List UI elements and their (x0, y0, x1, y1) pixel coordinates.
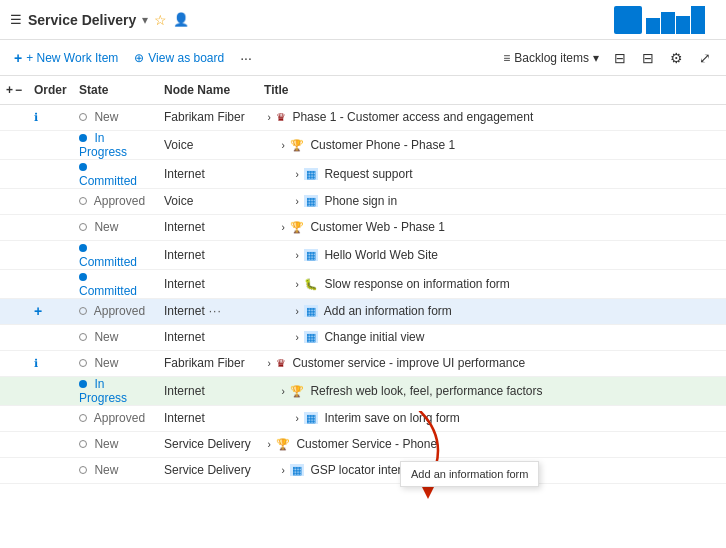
table-row[interactable]: Committed Internet › ▦ Request support (0, 159, 726, 188)
expand-cell (0, 431, 28, 457)
table-row[interactable]: New Internet › ▦ Change initial view (0, 324, 726, 350)
toolbar-left: + + New Work Item ⊕ View as board ··· (10, 48, 495, 68)
more-options-button[interactable]: ··· (236, 48, 256, 68)
node-cell: Fabrikam Fiber (158, 350, 258, 376)
person-icon[interactable]: 👤 (173, 12, 189, 27)
node-cell: Internet (158, 214, 258, 240)
table-row[interactable]: New Internet › 🏆 Customer Web - Phase 1 (0, 214, 726, 240)
backlog-items-label: Backlog items (514, 51, 589, 65)
row-expand-arrow[interactable]: › (295, 279, 298, 290)
title-text: Phone sign in (324, 194, 397, 208)
row-expand-arrow[interactable]: › (281, 386, 284, 397)
table-row[interactable]: In Progress Internet › 🏆 Refresh web loo… (0, 376, 726, 405)
new-work-item-button[interactable]: + + New Work Item (10, 48, 122, 68)
view-as-board-button[interactable]: ⊕ View as board (130, 49, 228, 67)
state-label: New (94, 110, 118, 124)
order-plus-icon[interactable]: + (34, 303, 42, 319)
node-cell: Internet (158, 324, 258, 350)
state-label: Approved (94, 304, 145, 318)
state-label: Committed (79, 284, 137, 298)
node-cell: Internet (158, 159, 258, 188)
state-col-header[interactable]: State (73, 76, 158, 104)
table-row[interactable]: Approved Internet › ▦ Interim save on lo… (0, 405, 726, 431)
table-row[interactable]: ℹ New Fabrikam Fiber › ♛ Customer servic… (0, 350, 726, 376)
row-expand-arrow[interactable]: › (267, 439, 270, 450)
state-dot (79, 359, 87, 367)
title-col-header[interactable]: Title (258, 76, 726, 104)
title-cell: › ▦ Hello World Web Site (258, 240, 726, 269)
expand-cell (0, 188, 28, 214)
remove-col-icon[interactable]: − (15, 83, 22, 97)
row-expand-arrow[interactable]: › (267, 358, 270, 369)
table-row[interactable]: In Progress Voice › 🏆 Customer Phone - P… (0, 130, 726, 159)
title-cell: › ▦ Interim save on long form (258, 405, 726, 431)
state-dot (79, 414, 87, 422)
state-cell: Committed (73, 269, 158, 298)
title-text: Request support (324, 167, 412, 181)
plus-icon: + (14, 50, 22, 66)
state-dot (79, 113, 87, 121)
state-label: Committed (79, 255, 137, 269)
row-expand-arrow[interactable]: › (281, 465, 284, 476)
row-expand-arrow[interactable]: › (295, 196, 298, 207)
filter-icon[interactable]: ⊟ (637, 48, 659, 68)
row-expand-arrow[interactable]: › (267, 112, 270, 123)
top-header: ☰ Service Delivery ▾ ☆ 👤 (0, 0, 726, 40)
node-col-header[interactable]: Node Name (158, 76, 258, 104)
expand-col-header: + − (0, 76, 28, 104)
row-expand-arrow[interactable]: › (295, 306, 298, 317)
tooltip-add-info-form: Add an information form (400, 461, 539, 487)
expand-cell (0, 240, 28, 269)
state-dot (79, 380, 87, 388)
add-col-icon[interactable]: + (6, 83, 13, 97)
filter-settings-icon[interactable]: ⊟ (609, 48, 631, 68)
settings-icon[interactable]: ⚙ (665, 48, 688, 68)
table-row[interactable]: New Service Delivery › 🏆 Customer Servic… (0, 431, 726, 457)
table-row[interactable]: Approved Voice › ▦ Phone sign in (0, 188, 726, 214)
table-row[interactable]: Committed Internet › ▦ Hello World Web S… (0, 240, 726, 269)
state-dot (79, 440, 87, 448)
state-cell: In Progress (73, 130, 158, 159)
backlog-items-button[interactable]: ≡ Backlog items ▾ (499, 49, 603, 67)
row-expand-arrow[interactable]: › (295, 332, 298, 343)
table-row[interactable]: + Approved Internet··· › ▦ Add an inform… (0, 298, 726, 324)
new-work-item-label: + New Work Item (26, 51, 118, 65)
row-expand-arrow[interactable]: › (295, 413, 298, 424)
work-item-table: + − Order State Node Name Title ℹ New Fa… (0, 76, 726, 484)
expand-cell (0, 214, 28, 240)
table-row[interactable]: ℹ New Fabrikam Fiber › ♛ Phase 1 - Custo… (0, 104, 726, 130)
header-right (614, 6, 716, 34)
row-expand-arrow[interactable]: › (281, 140, 284, 151)
state-label: New (94, 463, 118, 477)
order-cell (28, 214, 73, 240)
expand-icon[interactable]: ⤢ (694, 48, 716, 68)
title-text: Refresh web look, feel, performance fact… (310, 384, 542, 398)
state-label: Approved (94, 194, 145, 208)
title-cell: › ♛ Phase 1 - Customer access and engage… (258, 104, 726, 130)
avatar-blue (614, 6, 642, 34)
order-col-header[interactable]: Order (28, 76, 73, 104)
title-cell: › ▦ Request support (258, 159, 726, 188)
state-label: Committed (79, 174, 137, 188)
expand-cell (0, 376, 28, 405)
table-row[interactable]: New Service Delivery › ▦ GSP locator int… (0, 457, 726, 483)
row-expand-arrow[interactable]: › (281, 222, 284, 233)
row-expand-arrow[interactable]: › (295, 250, 298, 261)
row-ellipsis[interactable]: ··· (209, 304, 222, 318)
row-expand-arrow[interactable]: › (295, 169, 298, 180)
star-icon[interactable]: ☆ (154, 12, 167, 28)
state-cell: New (73, 350, 158, 376)
title-text: Add an information form (324, 304, 452, 318)
order-cell (28, 376, 73, 405)
node-cell: Internet (158, 405, 258, 431)
title-chevron-icon[interactable]: ▾ (142, 13, 148, 27)
table-row[interactable]: Committed Internet › 🐛 Slow response on … (0, 269, 726, 298)
state-label: New (94, 220, 118, 234)
state-cell: In Progress (73, 376, 158, 405)
expand-cell (0, 159, 28, 188)
order-info-icon: ℹ (34, 111, 38, 123)
order-cell: ℹ (28, 350, 73, 376)
grid-icon: ☰ (10, 12, 22, 27)
title-cell: › ▦ Add an information form (258, 298, 726, 324)
order-cell (28, 324, 73, 350)
